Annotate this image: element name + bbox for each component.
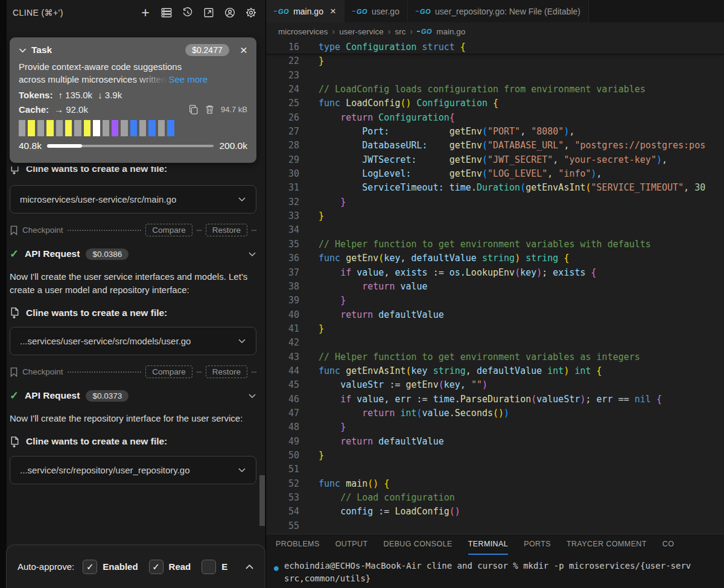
- copy-icon[interactable]: [188, 104, 198, 115]
- line-number: 31: [266, 181, 299, 195]
- restore-button[interactable]: Restore: [206, 365, 247, 378]
- code-row: 33}: [266, 209, 724, 223]
- chevron-down-icon[interactable]: [248, 251, 256, 257]
- file-path-dropdown-2[interactable]: ...services/user-service/src/models/user…: [10, 327, 256, 355]
- cache-row: Cache: → 92.0k 94.7 kB: [19, 104, 247, 115]
- history-icon[interactable]: [182, 7, 194, 19]
- chevron-down-icon: [238, 197, 246, 202]
- auto-approve-label: Auto-approve:: [17, 561, 74, 572]
- breadcrumb-item[interactable]: user-service: [339, 27, 384, 36]
- api-request-row-2[interactable]: ✓ API Request $0.0373: [10, 389, 256, 402]
- code-editor[interactable]: 16type Configuration struct {22}2324// L…: [266, 40, 724, 534]
- line-code: DatabaseURL: getEnv("DATABASE_URL", "pos…: [299, 139, 705, 153]
- breadcrumb-item[interactable]: microservices: [278, 27, 328, 36]
- code-row: 28 DatabaseURL: getEnv("DATABASE_URL", "…: [266, 139, 724, 153]
- compare-button[interactable]: Compare: [145, 365, 192, 378]
- tab-user-repository.go[interactable]: GOuser_repository.go: New File (Editable…: [408, 0, 589, 22]
- line-number: 46: [266, 393, 299, 406]
- chevron-down-icon: [238, 467, 246, 473]
- bookmark-icon: [10, 226, 18, 235]
- code-row: 40 return defaultValue: [266, 308, 724, 322]
- checkbox-unchecked[interactable]: [202, 560, 216, 574]
- sidebar-actions: +: [139, 7, 257, 19]
- line-number: 45: [266, 378, 299, 392]
- open-in-editor-icon[interactable]: [203, 7, 215, 19]
- create-file-row-1: Cline wants to create a new file:: [10, 166, 256, 174]
- line-code: }: [299, 195, 346, 209]
- tab-user.go[interactable]: GOuser.go: [345, 0, 408, 22]
- task-cost-badge: $0.2477: [185, 44, 229, 56]
- code-row: 49 return defaultValue: [266, 435, 724, 449]
- code-row: 31 ServiceTimeout: time.Duration(getEnvA…: [266, 181, 724, 195]
- code-row: 51: [266, 463, 724, 476]
- assistant-message-1: Now I'll create the user service interfa…: [10, 270, 256, 296]
- context-segment: [37, 120, 44, 136]
- line-number: 54: [266, 505, 299, 519]
- settings-gear-icon[interactable]: [245, 7, 257, 19]
- sidebar-scrollbar[interactable]: [259, 475, 265, 526]
- context-segment: [46, 120, 53, 136]
- task-collapse-chevron-icon[interactable]: [19, 48, 27, 53]
- code-row: 24// LoadConfig loads configuration from…: [266, 83, 724, 96]
- line-code: return Configuration{: [299, 111, 455, 125]
- code-row: 42: [266, 336, 724, 350]
- line-code: // Helper function to get environment va…: [299, 238, 651, 251]
- checkbox-checked[interactable]: ✓: [83, 560, 97, 574]
- context-segment: [112, 120, 118, 136]
- line-number: 22: [266, 54, 299, 68]
- line-code: func getEnv(key, defaultValue string) st…: [299, 251, 569, 265]
- line-number: 41: [266, 322, 299, 336]
- api-request-row-1[interactable]: ✓ API Request $0.0386: [10, 247, 256, 261]
- breadcrumb-separator: ›: [388, 27, 391, 36]
- code-row: 54 config := LoadConfig(): [266, 505, 724, 519]
- task-close-icon[interactable]: ×: [240, 45, 247, 55]
- checkbox-checked[interactable]: ✓: [149, 560, 164, 574]
- line-code: [299, 519, 319, 533]
- trash-icon[interactable]: [205, 104, 215, 115]
- account-icon[interactable]: [224, 7, 236, 19]
- panel-tab-terminal[interactable]: TERMINAL: [468, 534, 508, 555]
- tab-main.go[interactable]: GOmain.go×: [266, 0, 345, 22]
- chevron-up-icon[interactable]: [245, 564, 254, 570]
- line-number: 48: [266, 420, 299, 434]
- code-row: 38 return value: [266, 280, 724, 294]
- line-number: 47: [266, 406, 299, 420]
- line-number: 55: [266, 519, 299, 533]
- line-code: // LoadConfig loads configuration from e…: [299, 83, 646, 96]
- cline-sidebar: CLINE (⌘+') +: [0, 0, 265, 588]
- panel-tab-problems[interactable]: PROBLEMS: [276, 534, 320, 555]
- context-slider[interactable]: [47, 145, 214, 147]
- restore-button[interactable]: Restore: [206, 224, 247, 236]
- line-number: 38: [266, 280, 299, 294]
- context-segment: [93, 120, 100, 136]
- context-start: 40.8k: [19, 141, 42, 151]
- tokens-down: ↓ 3.9k: [98, 90, 122, 100]
- context-segment: [19, 120, 25, 136]
- panel-tab-output[interactable]: OUTPUT: [335, 534, 368, 555]
- panel-tab-debug-console[interactable]: DEBUG CONSOLE: [383, 534, 452, 555]
- line-code: }: [299, 209, 324, 223]
- terminal-output[interactable]: ● echoindia@ECHOs-MacBook-Air cline and …: [266, 560, 724, 585]
- code-row: 55: [266, 519, 724, 533]
- file-path-dropdown-3[interactable]: ...service/src/repository/user_repositor…: [10, 456, 256, 484]
- new-task-icon[interactable]: +: [139, 7, 151, 19]
- panel-tab-co[interactable]: CO: [662, 534, 675, 555]
- panel-tab-ports[interactable]: PORTS: [524, 534, 551, 555]
- line-number: 53: [266, 491, 299, 505]
- mcp-servers-icon[interactable]: [160, 7, 173, 19]
- breadcrumb-item[interactable]: src: [395, 27, 405, 36]
- code-row: 44func getEnvAsInt(key string, defaultVa…: [266, 364, 724, 378]
- line-number: 35: [266, 238, 299, 251]
- panel-tab-traycer-comment[interactable]: TRAYCER COMMENT: [567, 534, 647, 555]
- auto-approve-item: ✓Enabled: [83, 560, 138, 574]
- editor-tabbar: GOmain.go×GOuser.goGOuser_repository.go:…: [266, 0, 724, 22]
- file-path-dropdown-1[interactable]: microservices/user-service/src/main.go: [10, 185, 256, 213]
- code-row: 22}: [266, 54, 724, 68]
- see-more-link[interactable]: See more: [168, 74, 208, 84]
- compare-button[interactable]: Compare: [145, 224, 192, 236]
- breadcrumb-item[interactable]: main.go: [436, 27, 465, 36]
- new-file-icon: [10, 166, 20, 174]
- tab-close-icon[interactable]: ×: [330, 5, 336, 17]
- chevron-down-icon[interactable]: [248, 393, 256, 399]
- cache-value: → 92.0k: [54, 104, 88, 115]
